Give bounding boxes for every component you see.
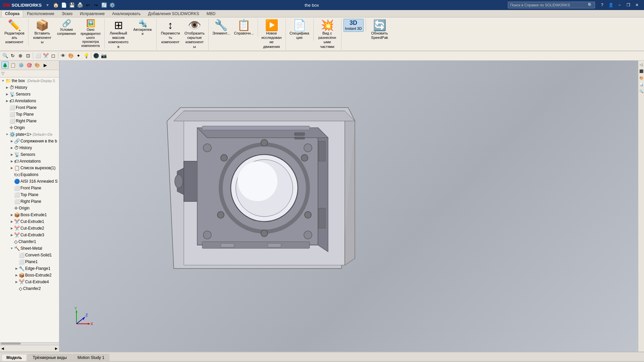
be1-expand[interactable]: ▶ [9,213,14,217]
tab-additions[interactable]: Добавления SOLIDWORKS [144,10,203,17]
cuts-list-item[interactable]: ▶ 📋 Список вырезов(1) [0,165,59,171]
refresh-speedpak-btn[interactable]: 🔄 Обновить SpeedPak [368,19,391,41]
chamfer2-item[interactable]: ◇ Chamfer2 [0,285,59,292]
right-plane2-item[interactable]: ⬜ Right Plane [0,198,59,205]
right-panel-btn-2[interactable]: ⬛ [639,69,644,74]
equations-item[interactable]: f(x) Equations [0,171,59,178]
minimize-btn[interactable]: − [615,2,624,8]
sensors-expand[interactable]: ▶ [5,93,9,96]
screen-capture-btn[interactable]: 📷 [100,52,107,59]
ft-scroll-right[interactable]: ▶ [55,347,58,350]
view-orientation-btn[interactable]: ⬜ [34,52,42,59]
sensors-item[interactable]: ▶ 📡 Sensors [0,91,59,98]
redo-btn[interactable]: ↪ [92,1,100,9]
help-btn[interactable]: ? [598,2,606,8]
zoom-full-btn[interactable]: ⊡ [24,52,32,59]
edge-flange1-item[interactable]: ▶ 🔧 Edge-Flange1 [0,265,59,272]
top-plane2-item[interactable]: ⬜ Top Plane [0,191,59,198]
ce3-expand[interactable]: ▶ [9,233,14,237]
display-manager-btn[interactable]: 🎨 [34,61,41,69]
right-panel-btn-1[interactable]: ◁ [639,62,644,67]
sm-expand[interactable]: ▼ [9,247,14,250]
tab-mbd[interactable]: MBD [203,10,219,17]
properties-btn[interactable]: 📋 [9,61,17,69]
cuts-list-expand[interactable]: ▶ [9,166,14,170]
close-btn[interactable]: ✕ [633,2,641,8]
show-hidden-btn[interactable]: 👁️ Отобразить скрытые компоненты [183,19,206,50]
right-panel-btn-5[interactable]: 🔍 [639,89,644,94]
zoom-area-btn[interactable]: ⊕ [17,52,24,59]
history-item[interactable]: ▶ ⏱ History [0,84,59,91]
be2-expand[interactable]: ▶ [14,274,19,277]
scenes-btn[interactable]: ✦ [75,52,82,59]
top-plane-item[interactable]: ⬜ Top Plane [0,111,59,118]
section-view-btn[interactable]: ✂️ [42,52,49,59]
convert-solid1-item[interactable]: ⬜ Convert-Solid1 [0,252,59,258]
annotations2-item[interactable]: ▶ 🏷 Annotations [0,158,59,165]
display-style-btn[interactable]: ◻ [50,52,57,59]
cam-btn[interactable]: 🎯 [25,61,33,69]
ef1-expand[interactable]: ▶ [14,267,19,270]
boss-extrude2-item[interactable]: ▶ 📦 Boss-Extrude2 [0,272,59,279]
cut-extrude3-item[interactable]: ▶ ✂️ Cut-Extrude3 [0,232,59,238]
tab-sketch[interactable]: Эскиз [58,10,76,17]
rebuild-btn[interactable]: 🔄 [100,1,108,9]
history2-expand[interactable]: ▶ [9,146,14,149]
root-item[interactable]: ▼ 📁 the box (Default<Display S [0,77,59,84]
tab-layout[interactable]: Расположение [23,10,58,17]
ce1-expand[interactable]: ▶ [9,220,14,223]
conditions-btn[interactable]: 🔗 Условия сопряжения [55,19,78,37]
boss-extrude1-item[interactable]: ▶ 📦 Boss-Extrude1 [0,212,59,218]
reference-btn[interactable]: 📋 Справочн... [232,19,256,37]
insert-components-btn[interactable]: 📦 Вставить компоненты [31,19,54,46]
history-expand[interactable]: ▶ [5,86,9,89]
cut-extrude1-item[interactable]: ▶ ✂️ Cut-Extrude1 [0,218,59,225]
plate1-item[interactable]: ▼ ⚙️ plate<1> (Default<<De [0,131,59,138]
specification-btn[interactable]: 📄 Спецификация [288,19,311,41]
origin-item[interactable]: ✚ Origin [0,124,59,131]
sensors2-expand[interactable]: ▶ [9,153,14,156]
new-study-btn[interactable]: ▶️ Новое исследование движения [260,19,283,50]
ft-scrollbar-thumb[interactable] [1,343,21,345]
annotations2-expand[interactable]: ▶ [9,160,14,163]
edit-component-btn[interactable]: ✏️ Редактировать компонент [3,19,26,46]
mates-item[interactable]: ▶ 🔗 Сопряжения в the b [0,138,59,144]
right-panel-btn-3[interactable]: 🎨 [639,75,644,81]
linear-array-btn[interactable]: ⊞ Линейный массив компонентов [107,19,130,50]
autofix-btn[interactable]: 🔩 Автокрепежи [131,19,154,37]
move-component-btn[interactable]: ↕️ Переместить компонент [159,19,182,46]
hide-show-btn[interactable]: 👁 [59,52,67,59]
history2-item[interactable]: ▶ ⏱ History [0,144,59,151]
open-document-btn[interactable]: 📄 [60,1,67,9]
feature-tree-scroll[interactable]: ▼ 📁 the box (Default<Display S ▶ ⏱ Histo… [0,77,59,342]
undo-btn[interactable]: ↩ [84,1,92,9]
ft-scroll-left[interactable]: ◀ [1,347,4,350]
shadows-btn[interactable]: 🌑 [92,52,100,59]
3d-viewport[interactable]: X Y Z ◁ ⬛ 🎨 📊 🔍 [60,61,644,352]
mates-expand[interactable]: ▶ [9,139,14,143]
settings-btn[interactable]: ⚙️ [108,1,116,9]
ce2-expand[interactable]: ▶ [9,227,14,230]
appearances-btn[interactable]: 🎨 [67,52,74,59]
front-plane2-item[interactable]: ⬜ Front Plane [0,185,59,191]
plate1-expand[interactable]: ▼ [5,133,9,136]
cut-extrude2-item[interactable]: ▶ ✂️ Cut-Extrude2 [0,225,59,232]
rotate-view-btn[interactable]: ↻ [9,52,16,59]
annotations-item[interactable]: ▶ 🏷 Annotations [0,98,59,104]
restore-btn[interactable]: ❐ [624,2,633,8]
sheet-metal-item[interactable]: ▼ 🔨 Sheet-Metal [0,245,59,252]
front-plane-item[interactable]: ⬜ Front Plane [0,104,59,111]
tab-3d-views[interactable]: Трёхмерные виды [28,354,72,361]
expand-tree-btn[interactable]: ▶ [42,61,49,69]
plane1-item[interactable]: ⬜ Plane1 [0,258,59,265]
tab-analyze[interactable]: Анализировать [108,10,144,17]
preview-window-btn[interactable]: 🖼️ Окно предварительного просмотра компо… [79,19,102,49]
config-manager-btn[interactable]: ⚙️ [17,61,25,69]
realview-btn[interactable]: 💡 [83,52,90,59]
annotations-expand[interactable]: ▶ [5,99,9,103]
origin2-item[interactable]: ✚ Origin [0,205,59,212]
right-plane-item[interactable]: ⬜ Right Plane [0,118,59,124]
right-panel-btn-4[interactable]: 📊 [639,82,644,87]
ce4-expand[interactable]: ▶ [14,280,19,284]
instant3d-btn[interactable]: 3D Instant 3D [343,19,364,32]
